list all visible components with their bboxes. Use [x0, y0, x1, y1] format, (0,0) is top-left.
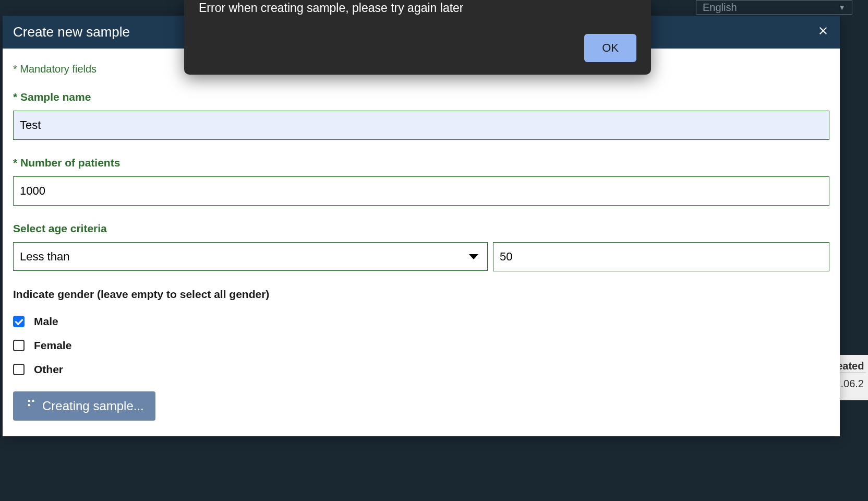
age-criteria-label: Select age criteria — [13, 222, 829, 235]
submit-label: Creating sample... — [42, 399, 144, 413]
alert-message: Error when creating sample, please try a… — [199, 0, 636, 34]
modal-body: * Mandatory fields * Sample name * Numbe… — [3, 49, 840, 436]
female-label: Female — [34, 339, 71, 352]
num-patients-label: * Number of patients — [13, 157, 829, 169]
language-selector[interactable]: English ▼ — [696, 0, 852, 15]
chevron-down-icon: ▼ — [838, 3, 846, 11]
num-patients-input[interactable] — [13, 176, 829, 206]
male-checkbox[interactable] — [13, 316, 25, 327]
other-label: Other — [34, 363, 63, 376]
create-sample-modal: Create new sample * Mandatory fields * S… — [3, 16, 840, 436]
sample-name-input[interactable] — [13, 111, 829, 140]
other-checkbox[interactable] — [13, 364, 25, 375]
sample-name-label: * Sample name — [13, 91, 829, 103]
gender-option-female: Female — [13, 339, 829, 352]
error-alert: Error when creating sample, please try a… — [184, 0, 651, 75]
gender-option-other: Other — [13, 363, 829, 376]
age-value-input[interactable] — [493, 242, 829, 271]
spinner-icon — [25, 400, 37, 412]
create-sample-button[interactable]: Creating sample... — [13, 391, 155, 421]
female-checkbox[interactable] — [13, 340, 25, 351]
gender-label: Indicate gender (leave empty to select a… — [13, 288, 829, 301]
close-icon[interactable] — [817, 25, 829, 40]
alert-actions: OK — [199, 34, 636, 62]
language-value: English — [703, 2, 737, 14]
alert-ok-button[interactable]: OK — [584, 34, 636, 62]
age-criteria-row: Less than — [13, 242, 829, 271]
age-criteria-select[interactable]: Less than — [13, 242, 488, 271]
modal-title: Create new sample — [13, 24, 130, 40]
gender-option-male: Male — [13, 315, 829, 328]
male-label: Male — [34, 315, 58, 328]
